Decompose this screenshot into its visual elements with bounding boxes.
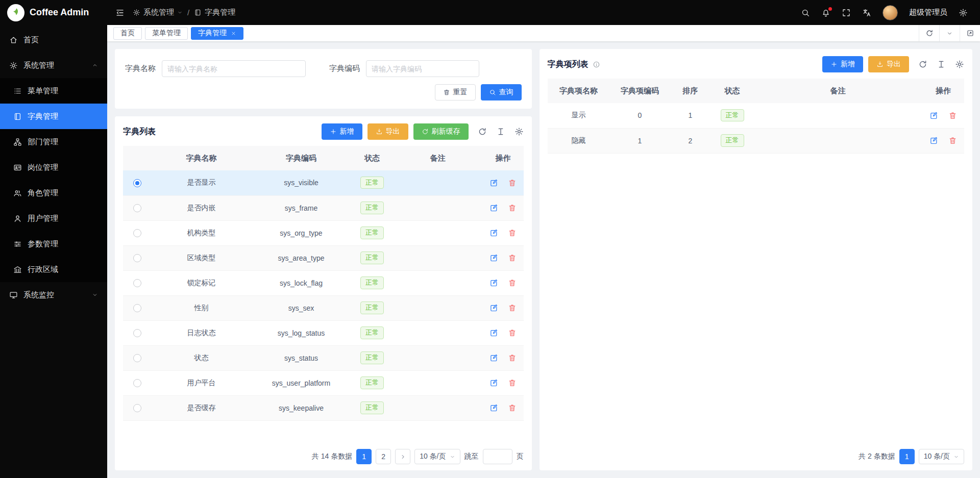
edit-icon[interactable]: [929, 136, 938, 145]
delete-icon[interactable]: [508, 204, 517, 212]
export-button[interactable]: 导出: [368, 123, 408, 140]
edit-icon[interactable]: [489, 329, 498, 337]
edit-icon[interactable]: [489, 204, 498, 212]
next-page-button[interactable]: [395, 449, 410, 464]
row-radio[interactable]: [133, 204, 141, 212]
dict-code-label: 字典编码: [329, 64, 360, 73]
edit-icon[interactable]: [929, 111, 938, 120]
column-settings-gear-icon[interactable]: [955, 60, 964, 69]
delete-icon[interactable]: [948, 111, 957, 120]
close-icon[interactable]: [231, 31, 236, 36]
row-radio[interactable]: [133, 279, 141, 287]
dict-table-row[interactable]: 性别 sys_sex 正常: [123, 295, 524, 320]
edit-icon[interactable]: [489, 304, 498, 312]
delete-icon[interactable]: [508, 179, 517, 187]
username[interactable]: 超级管理员: [909, 8, 947, 17]
export-item-button[interactable]: 导出: [868, 56, 909, 72]
delete-icon[interactable]: [508, 379, 517, 387]
dict-code-input[interactable]: [366, 60, 479, 77]
menu-fold-icon[interactable]: [115, 8, 125, 17]
dict-item-table-row[interactable]: 隐藏 1 2 正常: [548, 128, 965, 153]
page-button-2[interactable]: 2: [376, 449, 391, 464]
refresh-icon[interactable]: [919, 25, 939, 41]
row-radio[interactable]: [133, 379, 141, 387]
remark-cell: [393, 170, 483, 195]
dict-table-row[interactable]: 机构类型 sys_org_type 正常: [123, 220, 524, 245]
page-button-1[interactable]: 1: [899, 449, 915, 464]
dict-table-row[interactable]: 是否内嵌 sys_frame 正常: [123, 195, 524, 220]
edit-icon[interactable]: [489, 404, 498, 412]
breadcrumb-item-dict[interactable]: 字典管理: [194, 8, 235, 17]
edit-icon[interactable]: [489, 179, 498, 187]
fullscreen-icon[interactable]: [842, 8, 851, 17]
edit-icon[interactable]: [489, 279, 498, 287]
row-radio[interactable]: [133, 404, 141, 412]
sidebar-item-param-mgmt[interactable]: 参数管理: [0, 231, 107, 257]
dict-name-input[interactable]: [162, 60, 306, 77]
tab-dict-mgmt[interactable]: 字典管理: [191, 27, 243, 40]
dict-item-table-row[interactable]: 显示 0 1 正常: [548, 103, 965, 128]
tab-menu-mgmt[interactable]: 菜单管理: [145, 27, 188, 40]
delete-icon[interactable]: [508, 404, 517, 412]
delete-icon[interactable]: [508, 254, 517, 262]
delete-icon[interactable]: [508, 304, 517, 312]
edit-icon[interactable]: [489, 354, 498, 362]
delete-icon[interactable]: [508, 229, 517, 237]
column-settings-gear-icon[interactable]: [514, 127, 524, 136]
delete-icon[interactable]: [948, 136, 957, 145]
tab-home[interactable]: 首页: [113, 27, 142, 40]
settings-gear-icon[interactable]: [959, 8, 968, 17]
delete-icon[interactable]: [508, 279, 517, 287]
sidebar-item-dict-mgmt[interactable]: 字典管理: [0, 104, 107, 129]
delete-icon[interactable]: [508, 329, 517, 337]
add-item-button[interactable]: 新增: [822, 56, 863, 72]
sidebar-item-dept-mgmt[interactable]: 部门管理: [0, 129, 107, 155]
row-radio[interactable]: [133, 254, 141, 262]
sidebar-item-system[interactable]: 系统管理: [0, 53, 107, 78]
row-radio[interactable]: [133, 179, 141, 187]
edit-icon[interactable]: [489, 254, 498, 262]
sidebar-item-menu-mgmt[interactable]: 菜单管理: [0, 78, 107, 104]
sidebar-item-monitor[interactable]: 系统监控: [0, 282, 107, 308]
add-button[interactable]: 新增: [322, 123, 362, 140]
delete-icon[interactable]: [508, 354, 517, 362]
user-avatar[interactable]: [883, 5, 898, 20]
jump-page-input[interactable]: [483, 449, 512, 464]
app-logo[interactable]: Coffee Admin: [0, 0, 107, 25]
info-icon[interactable]: [593, 61, 600, 68]
refresh-icon[interactable]: [478, 127, 487, 136]
row-radio[interactable]: [133, 304, 141, 312]
dict-table-row[interactable]: 区域类型 sys_area_type 正常: [123, 245, 524, 270]
row-radio[interactable]: [133, 354, 141, 362]
dict-table-row[interactable]: 锁定标记 sys_lock_flag 正常: [123, 270, 524, 295]
density-icon[interactable]: [496, 127, 505, 136]
sidebar-item-role-mgmt[interactable]: 角色管理: [0, 180, 107, 206]
breadcrumb-item-system[interactable]: 系统管理: [133, 8, 183, 17]
edit-icon[interactable]: [489, 229, 498, 237]
refresh-icon[interactable]: [918, 60, 927, 69]
chevron-down-icon[interactable]: [939, 25, 960, 41]
sidebar-item-home[interactable]: 首页: [0, 27, 107, 53]
page-size-select[interactable]: 10 条/页: [414, 449, 460, 464]
edit-icon[interactable]: [489, 379, 498, 387]
sidebar-item-post-mgmt[interactable]: 岗位管理: [0, 155, 107, 180]
sidebar-item-region[interactable]: 行政区域: [0, 257, 107, 282]
translate-icon[interactable]: [862, 8, 871, 17]
sidebar-item-user-mgmt[interactable]: 用户管理: [0, 206, 107, 231]
content-fullscreen-icon[interactable]: [960, 25, 980, 41]
page-size-select[interactable]: 10 条/页: [919, 449, 964, 464]
search-icon[interactable]: [801, 8, 810, 17]
row-radio[interactable]: [133, 229, 141, 237]
dict-table-row[interactable]: 是否显示 sys_visible 正常: [123, 170, 524, 195]
density-icon[interactable]: [937, 60, 946, 69]
row-radio[interactable]: [133, 329, 141, 337]
notification-bell-icon[interactable]: [821, 8, 830, 17]
refresh-cache-button[interactable]: 刷新缓存: [413, 123, 469, 140]
query-button[interactable]: 查询: [481, 84, 522, 100]
page-button-1[interactable]: 1: [356, 449, 372, 464]
reset-button[interactable]: 重置: [435, 84, 476, 100]
dict-table-row[interactable]: 状态 sys_status 正常: [123, 345, 524, 370]
dict-table-row[interactable]: 用户平台 sys_user_platform 正常: [123, 370, 524, 395]
dict-table-row[interactable]: 是否缓存 sys_keepalive 正常: [123, 395, 524, 420]
dict-table-row[interactable]: 日志状态 sys_log_status 正常: [123, 320, 524, 345]
